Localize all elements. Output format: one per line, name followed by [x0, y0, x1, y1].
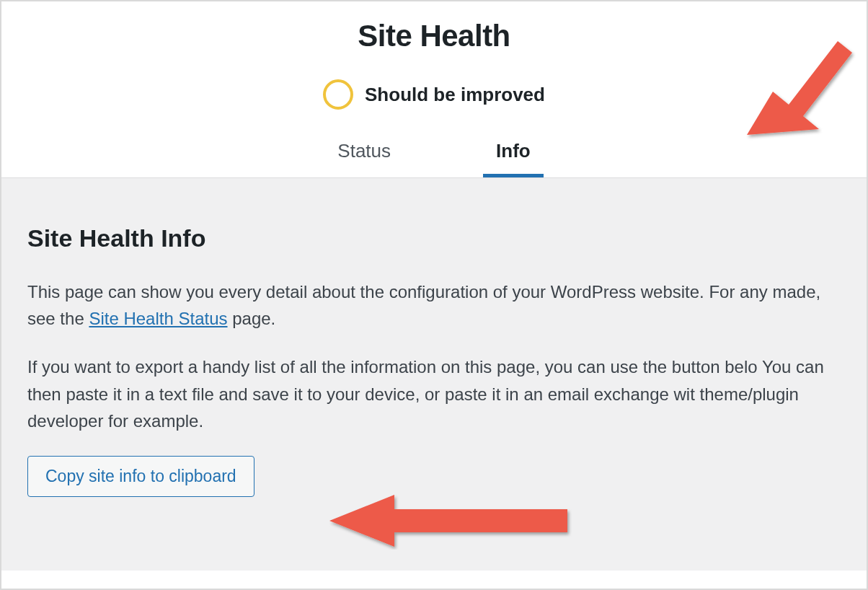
site-health-body: Site Health Info This page can show you … — [1, 178, 867, 571]
health-status-label: Should be improved — [365, 84, 545, 106]
tab-info[interactable]: Info — [483, 140, 544, 177]
page-title: Site Health — [1, 19, 867, 53]
intro-paragraph-2: If you want to export a handy list of al… — [27, 353, 841, 434]
progress-circle-icon — [323, 79, 353, 110]
tab-status[interactable]: Status — [324, 140, 404, 177]
health-status-indicator: Should be improved — [1, 79, 867, 110]
copy-site-info-button[interactable]: Copy site info to clipboard — [27, 456, 254, 497]
site-health-status-link[interactable]: Site Health Status — [89, 309, 227, 328]
site-health-tabs: Status Info — [1, 140, 867, 177]
site-health-header: Site Health Should be improved Status In… — [1, 1, 867, 178]
intro-paragraph-1: This page can show you every detail abou… — [27, 278, 841, 332]
site-health-screen: Site Health Should be improved Status In… — [0, 0, 868, 590]
section-title: Site Health Info — [27, 224, 841, 252]
para1-text-post: page. — [232, 309, 275, 328]
